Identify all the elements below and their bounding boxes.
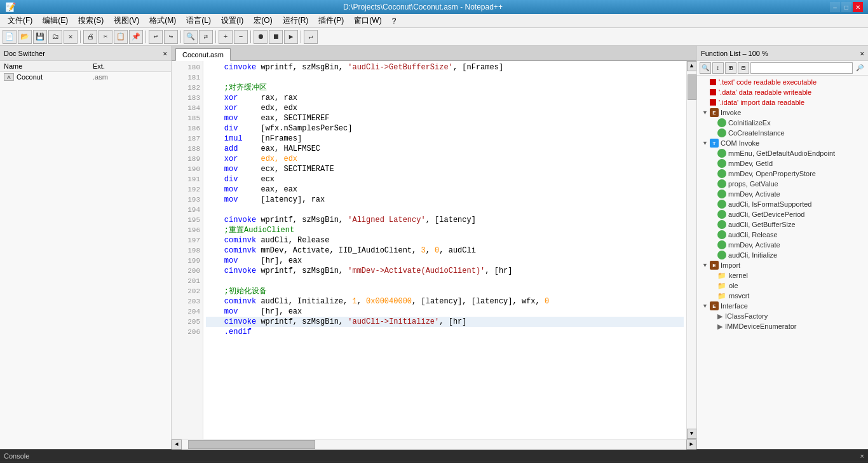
line-num-182: 182 xyxy=(172,83,200,93)
export-icon xyxy=(717,179,726,188)
tree-item-kernel[interactable]: 📁 kernel xyxy=(697,270,868,280)
export-icon xyxy=(717,220,726,229)
zoom-in-button[interactable]: + xyxy=(219,30,233,44)
tree-item-audcli-getbuffersize[interactable]: audCli, GetBufferSize xyxy=(697,219,868,230)
scroll-thumb[interactable] xyxy=(688,74,696,100)
record-macro-button[interactable]: ⏺ xyxy=(254,30,268,44)
menu-edit[interactable]: 编辑(E) xyxy=(37,14,73,27)
tree-item-iclassfactory[interactable]: ▶ IClassFactory xyxy=(697,311,868,321)
function-list-close[interactable]: × xyxy=(860,50,864,57)
doc-switcher-header: Doc Switcher × xyxy=(0,46,171,61)
file-asm-icon: A xyxy=(4,73,14,81)
save-all-button[interactable]: 🗂 xyxy=(48,30,62,44)
find-button[interactable]: 🔍 xyxy=(184,30,198,44)
tree-label: mmDev, Activate xyxy=(728,241,780,249)
tree-item-mmdev-activate2[interactable]: mmDev, Activate xyxy=(697,240,868,250)
menu-format[interactable]: 格式(M) xyxy=(144,14,181,27)
code-line-185: mov eax, SECTIMEREF xyxy=(206,113,684,123)
menu-view[interactable]: 视图(V) xyxy=(109,14,144,27)
menu-search[interactable]: 搜索(S) xyxy=(73,14,109,27)
tree-label: mmDev, GetId xyxy=(728,160,773,167)
tree-item-import-group[interactable]: ▼ E Import xyxy=(697,260,868,270)
section-icon xyxy=(710,89,716,95)
tree-item-ole[interactable]: 📁 ole xyxy=(697,280,868,291)
scroll-up-button[interactable]: ▲ xyxy=(687,61,697,71)
open-button[interactable]: 📂 xyxy=(18,30,32,44)
menu-file[interactable]: 文件(F) xyxy=(3,14,37,27)
copy-button[interactable]: 📋 xyxy=(114,30,128,44)
tree-item-idata-section[interactable]: '.idata' import data readable xyxy=(697,97,868,107)
menu-language[interactable]: 语言(L) xyxy=(181,14,216,27)
tree-item-data-section[interactable]: '.data' data readable writeable xyxy=(697,87,868,97)
menu-settings[interactable]: 设置(I) xyxy=(216,14,248,27)
code-line-193: mov [latency], rax xyxy=(206,195,684,205)
function-search-input[interactable] xyxy=(750,62,853,74)
tree-item-mmdev-openprops[interactable]: mmDev, OpenPropertyStore xyxy=(697,169,868,179)
close-button[interactable]: ✕ xyxy=(853,2,863,12)
scroll-track[interactable] xyxy=(687,71,697,429)
tree-item-mmdev-getid[interactable]: mmDev, GetId xyxy=(697,158,868,169)
menu-run[interactable]: 运行(R) xyxy=(278,14,314,27)
tree-label: audCli, IsFormatSupported xyxy=(728,200,811,208)
tree-label: Interface xyxy=(721,302,748,310)
tree-item-immdeviceenumerator[interactable]: ▶ IMMDeviceEnumerator xyxy=(697,321,868,331)
fl-collapse-button[interactable]: ⊟ xyxy=(738,62,749,74)
fl-search-button[interactable]: 🔍 xyxy=(700,62,711,74)
tree-item-mmdev-activate[interactable]: mmDev, Activate xyxy=(697,189,868,199)
hscroll-right-button[interactable]: ► xyxy=(686,439,696,450)
close-button2[interactable]: ✕ xyxy=(64,30,78,44)
hscroll-left-button[interactable]: ◄ xyxy=(172,439,182,450)
tree-item-cominvoke-group[interactable]: ▼ T COM Invoke xyxy=(697,138,868,148)
doc-switcher-close[interactable]: × xyxy=(163,50,167,57)
scroll-down-button[interactable]: ▼ xyxy=(687,429,697,439)
wrap-button[interactable]: ↵ xyxy=(304,30,318,44)
code-area[interactable]: cinvoke wprintf, szMsgBin, 'audCli->GetB… xyxy=(203,61,686,439)
tree-item-audcli-release[interactable]: audCli, Release xyxy=(697,230,868,240)
minimize-button[interactable]: – xyxy=(830,2,840,12)
hscroll-track[interactable] xyxy=(182,439,686,450)
tab-coconut-asm[interactable]: Coconut.asm xyxy=(175,48,231,61)
tree-item-interface-group[interactable]: ▼ E Interface xyxy=(697,301,868,311)
new-button[interactable]: 📄 xyxy=(3,30,17,44)
redo-button[interactable]: ↪ xyxy=(164,30,178,44)
tree-label: COM Invoke xyxy=(721,139,759,147)
tree-label: IMMDeviceEnumerator xyxy=(725,322,796,330)
tree-item-mmenu-getdefault[interactable]: mmEnu, GetDefaultAudioEndpoint xyxy=(697,148,868,158)
menu-help[interactable]: ? xyxy=(387,15,402,27)
separator-1 xyxy=(80,31,81,43)
tree-label: props, GetValue xyxy=(728,180,778,188)
replace-button[interactable]: ⇄ xyxy=(199,30,213,44)
tree-item-audcli-getdeviceperiod[interactable]: audCli, GetDevicePeriod xyxy=(697,209,868,219)
tree-label: msvcrt xyxy=(729,292,749,300)
cut-button[interactable]: ✂ xyxy=(98,30,112,44)
code-line-196: ;重置AudioClient xyxy=(206,225,684,235)
paste-button[interactable]: 📌 xyxy=(129,30,143,44)
tree-item-text-section[interactable]: '.text' code readable executable xyxy=(697,77,868,87)
print-button[interactable]: 🖨 xyxy=(83,30,97,44)
bottom-panel: Console × Call [Default Latency], Result… xyxy=(0,449,868,463)
tree-item-props-getvalue[interactable]: props, GetValue xyxy=(697,179,868,189)
fl-sort-button[interactable]: ↕ xyxy=(712,62,724,74)
console-close[interactable]: × xyxy=(860,452,864,460)
tree-item-msvcrt[interactable]: 📁 msvcrt xyxy=(697,291,868,301)
menu-macro[interactable]: 宏(O) xyxy=(248,14,277,27)
menu-plugins[interactable]: 插件(P) xyxy=(313,14,349,27)
tree-label: '.idata' import data readable xyxy=(719,99,804,106)
play-macro-button[interactable]: ▶ xyxy=(284,30,298,44)
tree-item-audcli-initialize[interactable]: audCli, Initialize xyxy=(697,250,868,260)
tree-item-cocreateinstance[interactable]: CoCreateInstance xyxy=(697,128,868,138)
save-button[interactable]: 💾 xyxy=(33,30,47,44)
line-num-181: 181 xyxy=(172,73,200,83)
zoom-out-button[interactable]: − xyxy=(234,30,248,44)
fl-expand-button[interactable]: ⊞ xyxy=(725,62,736,74)
tree-item-audcli-isformat[interactable]: audCli, IsFormatSupported xyxy=(697,199,868,209)
undo-button[interactable]: ↩ xyxy=(149,30,163,44)
tree-item-invoke-group[interactable]: ▼ E Invoke xyxy=(697,107,868,118)
maximize-button[interactable]: □ xyxy=(841,2,851,12)
menu-window[interactable]: 窗口(W) xyxy=(349,14,386,27)
line-num-187: 187 xyxy=(172,134,200,144)
tree-item-coinitializeex[interactable]: CoInitializeEx xyxy=(697,118,868,128)
stop-macro-button[interactable]: ⏹ xyxy=(269,30,283,44)
hscroll-thumb[interactable] xyxy=(188,440,315,449)
file-item[interactable]: A Coconut .asm xyxy=(0,72,171,82)
